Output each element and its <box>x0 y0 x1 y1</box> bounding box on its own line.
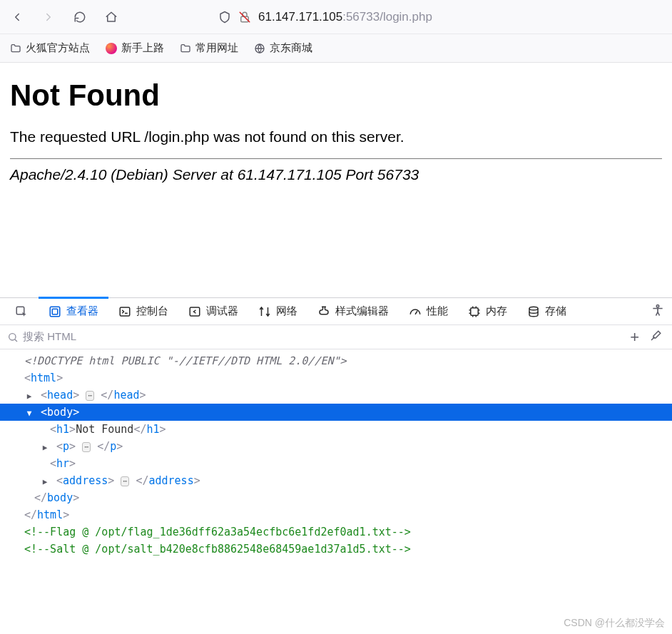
svg-point-19 <box>529 307 538 310</box>
devtools-tab-inspector[interactable]: 查看器 <box>39 298 108 324</box>
page-content: Not Found The requested URL /login.php w… <box>0 63 672 183</box>
tree-body-open[interactable]: ▼ <body> <box>0 404 672 421</box>
url-port: :56733 <box>342 10 380 24</box>
element-picker-button[interactable] <box>4 298 39 324</box>
bookmark-label: 常用网址 <box>195 41 238 55</box>
svg-point-21 <box>9 333 16 339</box>
accessibility-icon[interactable] <box>651 303 665 320</box>
tree-hr[interactable]: <hr> <box>0 455 672 472</box>
search-placeholder: 搜索 HTML <box>23 330 76 344</box>
tree-body-close[interactable]: </body> <box>0 489 672 506</box>
folder-icon <box>180 43 191 54</box>
url-path: /login.php <box>380 10 432 24</box>
svg-rect-5 <box>52 309 58 315</box>
devtools-tab-network[interactable]: 网络 <box>248 298 307 324</box>
url-text: 61.147.171.105:56733/login.php <box>258 10 432 24</box>
devtools-tab-label: 调试器 <box>206 305 238 318</box>
tree-head[interactable]: ▶ <head> ⋯ </head> <box>0 387 672 404</box>
spacer <box>0 183 672 297</box>
bookmark-item[interactable]: 常用网址 <box>180 41 238 55</box>
devtools-tab-style[interactable]: 样式编辑器 <box>307 298 399 324</box>
eyedropper-button[interactable] <box>649 329 662 345</box>
firefox-icon <box>106 43 117 54</box>
devtools-tab-label: 存储 <box>545 305 566 318</box>
bookmarks-bar: 火狐官方站点 新手上路 常用网址 京东商城 <box>0 34 672 63</box>
devtools-tab-storage[interactable]: 存储 <box>517 298 576 324</box>
tree-doctype[interactable]: <!DOCTYPE html PUBLIC "-//IETF//DTD HTML… <box>0 352 672 369</box>
tree-comment-salt[interactable]: <!--Salt @ /opt/salt_b420e8cfb8862548e68… <box>0 541 672 558</box>
browser-toolbar: 61.147.171.105:56733/login.php <box>0 0 672 34</box>
nav-back-button[interactable] <box>7 7 27 27</box>
error-heading: Not Found <box>10 78 662 113</box>
devtools-tab-performance[interactable]: 性能 <box>399 298 458 324</box>
devtools-tabs: 查看器 控制台 调试器 网络 样式编辑器 性能 内存 存储 <box>0 298 672 325</box>
tree-comment-flag[interactable]: <!--Flag @ /opt/flag_1de36dff62a3a54ecfb… <box>0 523 672 541</box>
svg-rect-10 <box>471 307 479 315</box>
bookmark-label: 新手上路 <box>121 41 164 55</box>
svg-line-22 <box>15 339 17 341</box>
bookmark-item[interactable]: 京东商城 <box>254 41 312 55</box>
url-host: 61.147.171.105 <box>258 10 342 24</box>
devtools-tab-label: 控制台 <box>136 305 168 318</box>
devtools-toolbar-right <box>651 298 672 324</box>
url-bar[interactable]: 61.147.171.105:56733/login.php <box>218 10 665 24</box>
devtools-tab-label: 查看器 <box>66 305 98 318</box>
devtools-tab-label: 样式编辑器 <box>335 305 389 318</box>
devtools-tab-label: 性能 <box>427 305 448 318</box>
devtools-panel: 查看器 控制台 调试器 网络 样式编辑器 性能 内存 存储 <box>0 297 672 563</box>
devtools-tab-console[interactable]: 控制台 <box>108 298 178 324</box>
devtools-tab-debugger[interactable]: 调试器 <box>178 298 248 324</box>
svg-rect-4 <box>50 307 60 317</box>
nav-forward-button[interactable] <box>39 7 58 27</box>
svg-rect-6 <box>120 307 130 316</box>
error-message: The requested URL /login.php was not fou… <box>10 128 662 145</box>
server-signature: Apache/2.4.10 (Debian) Server at 61.147.… <box>10 166 662 183</box>
insecure-lock-icon <box>238 11 251 24</box>
devtools-search-actions: + <box>630 328 672 347</box>
tree-address[interactable]: ▶ <address> ⋯ </address> <box>0 472 672 489</box>
home-button[interactable] <box>101 7 121 27</box>
html-tree[interactable]: <!DOCTYPE html PUBLIC "-//IETF//DTD HTML… <box>0 349 672 563</box>
reload-button[interactable] <box>70 7 90 27</box>
svg-point-20 <box>656 305 658 307</box>
tree-html-close[interactable]: </html> <box>0 506 672 523</box>
bookmark-label: 京东商城 <box>270 41 312 55</box>
tree-html-open[interactable]: <html> <box>0 369 672 387</box>
divider <box>10 158 662 159</box>
tree-p[interactable]: ▶ <p> ⋯ </p> <box>0 438 672 455</box>
tree-h1[interactable]: <h1>Not Found</h1> <box>0 421 672 438</box>
bookmark-item[interactable]: 新手上路 <box>106 41 164 55</box>
bookmark-label: 火狐官方站点 <box>26 41 90 55</box>
svg-rect-8 <box>190 307 200 316</box>
svg-line-9 <box>415 311 417 315</box>
devtools-tab-label: 网络 <box>276 305 297 318</box>
devtools-search-input[interactable]: 搜索 HTML <box>0 330 630 344</box>
add-node-button[interactable]: + <box>630 328 639 347</box>
folder-icon <box>10 43 21 54</box>
bookmark-item[interactable]: 火狐官方站点 <box>10 41 90 55</box>
shield-icon <box>218 11 231 24</box>
devtools-tab-label: 内存 <box>486 305 507 318</box>
devtools-search-row: 搜索 HTML + <box>0 325 672 349</box>
devtools-tab-memory[interactable]: 内存 <box>458 298 517 324</box>
globe-icon <box>254 43 265 54</box>
watermark: CSDN @什么都没学会 <box>564 617 665 630</box>
